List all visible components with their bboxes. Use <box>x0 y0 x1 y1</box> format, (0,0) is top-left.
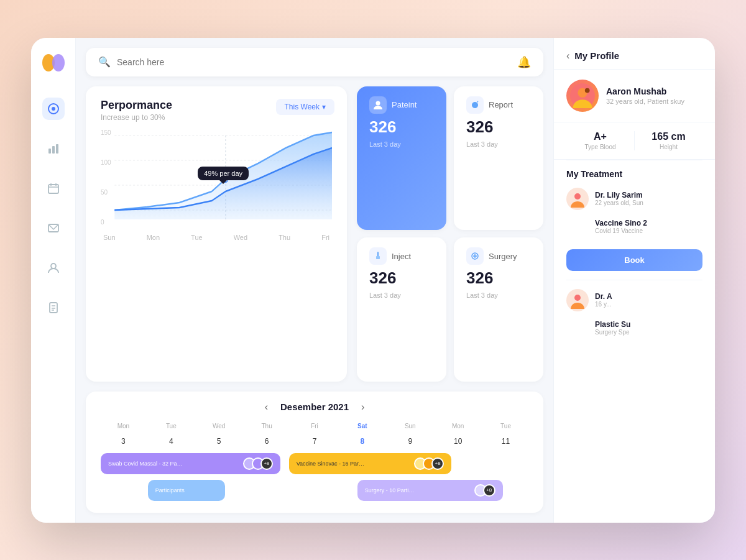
this-week-button[interactable]: This Week ▾ <box>276 99 334 115</box>
chart-y-labels: 150 100 50 0 <box>101 129 111 229</box>
profile-avatar <box>566 80 599 112</box>
svg-point-3 <box>52 107 55 111</box>
calendar-next-button[interactable]: › <box>361 402 364 413</box>
patient-card-count: 326 <box>369 117 434 137</box>
svg-rect-13 <box>50 303 57 313</box>
svg-point-23 <box>376 101 380 105</box>
svg-point-12 <box>51 264 56 269</box>
treatment-title: My Treatment <box>566 169 702 179</box>
profile-name: Aaron Mushab <box>606 86 684 96</box>
chart-x-labels: Sun Mon Tue Wed Thu Fri <box>101 234 332 241</box>
main-content: 🔍 🔔 Perpormance Increase up to 30% This … <box>76 38 553 523</box>
svg-point-34 <box>574 295 581 301</box>
svg-rect-5 <box>52 146 55 154</box>
back-button[interactable]: ‹ <box>566 50 569 62</box>
report-card-count: 326 <box>466 117 531 137</box>
calendar-events-row: Swab Covid Massal - 32 Participants +8 V… <box>101 453 528 503</box>
svg-rect-25 <box>376 256 380 259</box>
inject-card-icon <box>369 247 387 265</box>
inject-card-period: Last 3 day <box>369 291 434 299</box>
profile-info: Aaron Mushab 32 years old, Patient skuy <box>554 70 715 122</box>
calendar-header: ‹ Desember 2021 › <box>101 402 528 413</box>
book-button[interactable]: Book <box>566 249 702 271</box>
surgery-card-period: Last 3 day <box>466 291 531 299</box>
sidebar-item-charts[interactable] <box>42 137 65 160</box>
treatment-sub-1: 22 years old, Sun <box>595 200 643 206</box>
perf-cards-row: Perpormance Increase up to 30% This Week… <box>86 86 543 382</box>
blood-type-label: Type Blood <box>566 144 634 150</box>
height-value: 165 cm <box>635 131 702 142</box>
patient-card-label: Pateint <box>392 100 417 109</box>
treatment-avatar-2 <box>566 289 589 311</box>
cal-date-7[interactable]: 7 <box>292 434 338 448</box>
sidebar-item-messages[interactable] <box>42 217 65 239</box>
calendar-event-blue[interactable]: Participants <box>148 480 225 501</box>
cal-date-3[interactable]: 3 <box>101 434 146 448</box>
calendar-panel: ‹ Desember 2021 › Mon Tue Wed Thu Fri Sa… <box>86 392 543 513</box>
sidebar-item-calendar[interactable] <box>42 177 65 200</box>
chart-area: 150 100 50 0 <box>101 129 332 241</box>
treatment-section-2: Dr. A 16 y... Plastic Su Surgery Spe <box>554 280 715 344</box>
cal-date-5[interactable]: 5 <box>196 434 242 448</box>
treatment-name-1: Dr. Lily Sarim <box>595 191 643 200</box>
calendar-prev-button[interactable]: ‹ <box>265 402 268 413</box>
stat-card-report[interactable]: Report 326 Last 3 day <box>454 86 543 231</box>
stat-cards: Pateint 326 Last 3 day Report <box>357 86 543 382</box>
search-input[interactable] <box>117 57 511 67</box>
treatment-name-2: Dr. A <box>595 292 612 301</box>
inject-card-label: Inject <box>392 252 411 261</box>
surgery-card-icon <box>466 247 484 265</box>
report-card-label: Report <box>489 100 513 109</box>
cal-date-4[interactable]: 4 <box>149 434 194 448</box>
stat-card-surgery[interactable]: Surgery 326 Last 3 day <box>454 237 543 382</box>
inject-card-count: 326 <box>369 269 434 288</box>
treatment-item-1: Dr. Lily Sarim 22 years old, Sun <box>566 188 702 210</box>
cal-date-8[interactable]: 8 <box>339 434 385 448</box>
cal-date-6[interactable]: 6 <box>244 434 290 448</box>
profile-header: ‹ My Profile <box>554 38 715 70</box>
calendar-event-vaccine[interactable]: Vaccine Sinovac - 16 Participants +8 <box>289 453 451 474</box>
sidebar-item-reports[interactable] <box>42 296 65 319</box>
blood-type-stat: A+ Type Blood <box>566 131 635 150</box>
height-label: Height <box>635 144 702 150</box>
surgery-card-count: 326 <box>466 269 531 288</box>
sidebar-item-users[interactable] <box>42 257 65 279</box>
chart-tooltip: 49% per day <box>198 167 249 180</box>
height-stat: 165 cm Height <box>635 131 702 150</box>
svg-point-1 <box>52 54 65 71</box>
svg-rect-4 <box>48 149 51 154</box>
cal-date-10[interactable]: 10 <box>435 434 481 448</box>
report-card-icon <box>466 96 484 114</box>
svg-rect-7 <box>48 185 58 193</box>
profile-description: 32 years old, Patient skuy <box>606 98 684 105</box>
cal-date-9[interactable]: 9 <box>387 434 433 448</box>
calendar-month-year: Desember 2021 <box>280 402 349 412</box>
sidebar-item-dashboard[interactable] <box>42 98 65 120</box>
calendar-event-surgery[interactable]: Surgery - 10 Participants +8 <box>357 480 503 501</box>
stat-card-patient[interactable]: Pateint 326 Last 3 day <box>357 86 446 231</box>
sidebar <box>31 38 76 523</box>
right-panel: ‹ My Profile Aaron Mushab 32 years old, … <box>553 38 715 523</box>
treatment-item-2: Dr. A 16 y... <box>566 289 702 311</box>
calendar-event-swab[interactable]: Swab Covid Massal - 32 Participants +8 <box>101 453 280 474</box>
svg-point-30 <box>585 88 590 93</box>
vaccine-name-1: Vaccine Sino 2 <box>595 219 702 227</box>
stat-card-inject[interactable]: Inject 326 Last 3 day <box>357 237 446 382</box>
search-icon: 🔍 <box>98 56 111 68</box>
patient-card-period: Last 3 day <box>369 140 434 148</box>
patient-card-icon <box>369 96 387 114</box>
search-bar: 🔍 🔔 <box>86 48 543 76</box>
blood-type-value: A+ <box>566 131 634 142</box>
calendar-grid: Mon Tue Wed Thu Fri Sat Sun Mon Tue 3 4 … <box>101 420 528 448</box>
app-logo <box>41 50 66 75</box>
vaccine-sub-1: Covid 19 Vaccine <box>595 227 702 234</box>
treatment-avatar-1 <box>566 188 589 210</box>
svg-point-32 <box>574 193 581 200</box>
treatment-section: My Treatment Dr. Lily Sarim 22 years old… <box>554 160 715 249</box>
cal-date-11[interactable]: 11 <box>483 434 528 448</box>
vaccine-sub-2: Surgery Spe <box>595 329 702 336</box>
notification-bell-icon[interactable]: 🔔 <box>517 55 531 69</box>
svg-rect-6 <box>56 144 58 154</box>
performance-panel: Perpormance Increase up to 30% This Week… <box>86 86 347 382</box>
vaccine-name-2: Plastic Su <box>595 320 702 329</box>
